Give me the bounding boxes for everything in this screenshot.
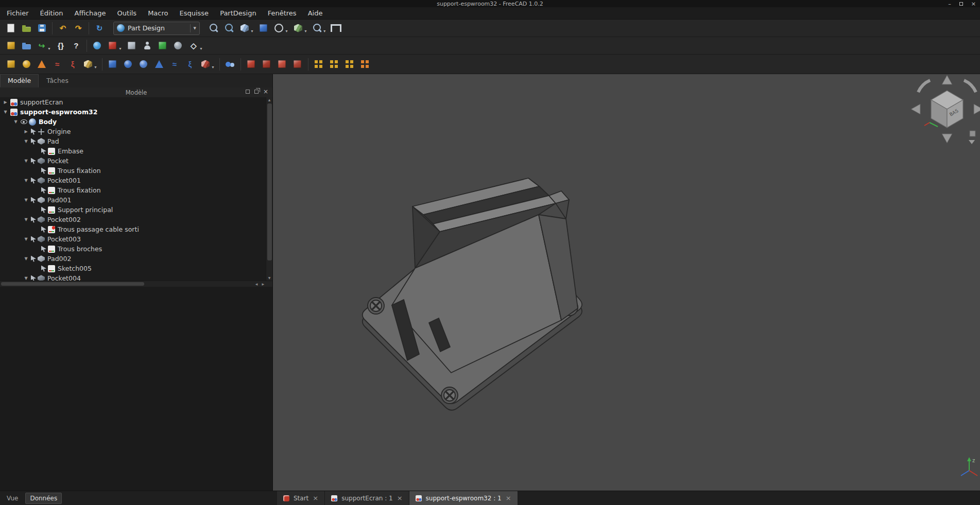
mdi-tab-supportecran-1[interactable]: supportEcran : 1×: [325, 491, 409, 505]
refresh-button[interactable]: ↻: [92, 22, 107, 35]
create-part-button[interactable]: [3, 39, 19, 53]
chamfer-button[interactable]: [259, 58, 274, 71]
tree-horizontal-scrollbar[interactable]: ◀ ▶: [0, 281, 272, 287]
datum-tools-dropdown-arrow-icon[interactable]: ▼: [199, 47, 203, 50]
box-selection-button[interactable]: [256, 22, 271, 35]
pad-button[interactable]: [3, 58, 19, 71]
subtractive-pipe-button[interactable]: ≈: [167, 58, 182, 71]
boolean-operation-button[interactable]: [222, 58, 238, 71]
tree-expanded-arrow-icon[interactable]: ▼: [23, 276, 29, 281]
tree-item-origine[interactable]: ▶Origine: [0, 127, 266, 136]
tree-item-body[interactable]: ▼Body: [0, 117, 266, 127]
tree-item-pocket001[interactable]: ▼Pocket001: [0, 176, 266, 185]
horizontal-scrollbar-thumb[interactable]: [1, 282, 144, 286]
thickness-button[interactable]: [290, 58, 305, 71]
sphere-tool-button[interactable]: [170, 39, 186, 53]
hole-button[interactable]: [121, 58, 136, 71]
person-button[interactable]: [140, 39, 155, 53]
scroll-up-arrow-icon[interactable]: ▲: [268, 97, 271, 102]
zoom-tools-button[interactable]: ▼: [310, 22, 329, 35]
tree-item-pocket003[interactable]: ▼Pocket003: [0, 234, 266, 244]
vertical-scrollbar-thumb[interactable]: [267, 103, 272, 260]
tree-expanded-arrow-icon[interactable]: ▼: [23, 256, 29, 261]
tree-expanded-arrow-icon[interactable]: ▼: [23, 237, 29, 241]
additive-primitives-dropdown-arrow-icon[interactable]: ▼: [94, 65, 97, 69]
whats-this-button[interactable]: ?: [68, 39, 84, 53]
create-body-button[interactable]: [90, 39, 105, 53]
tree-expanded-arrow-icon[interactable]: ▼: [2, 110, 9, 114]
view-group-dropdown-arrow-icon[interactable]: ▼: [304, 29, 307, 33]
dock-minimize-button[interactable]: [246, 90, 250, 94]
menu-edition[interactable]: Édition: [35, 7, 69, 19]
navigation-cube[interactable]: BAS: [911, 75, 980, 144]
tree-item-support-principal[interactable]: Support principal: [0, 205, 266, 215]
draw-style-dropdown-arrow-icon[interactable]: ▼: [285, 29, 288, 33]
dock-float-button[interactable]: [254, 90, 259, 94]
tree-item-pocket002[interactable]: ▼Pocket002: [0, 215, 266, 224]
additive-pipe-button[interactable]: ≈: [49, 58, 65, 71]
mdi-tab-start[interactable]: Start×: [277, 491, 325, 505]
new-document-button[interactable]: [3, 22, 19, 35]
fit-selection-button[interactable]: [221, 22, 237, 35]
minimize-button[interactable]: –: [948, 1, 951, 7]
property-tab-vue[interactable]: Vue: [3, 493, 22, 503]
create-group-button[interactable]: [19, 39, 34, 53]
workbench-selector[interactable]: Part Design ▼: [113, 22, 200, 35]
open-document-button[interactable]: [19, 22, 34, 35]
subtractive-primitives-button[interactable]: ▼: [198, 58, 217, 71]
tree-vertical-scrollbar[interactable]: ▲ ▼: [266, 97, 272, 281]
multitransform-button[interactable]: [357, 58, 373, 71]
groove-button[interactable]: [136, 58, 151, 71]
pocket-button[interactable]: [105, 58, 121, 71]
edit-sketch-button[interactable]: [124, 39, 140, 53]
tree-item-supportecran[interactable]: ▶supportEcran: [0, 97, 266, 107]
zoom-tools-dropdown-arrow-icon[interactable]: ▼: [323, 29, 326, 33]
maximize-button[interactable]: [959, 1, 963, 7]
save-document-button[interactable]: [34, 22, 49, 35]
tab-close-icon[interactable]: ×: [397, 494, 403, 502]
model-dock-header[interactable]: Modèle ×: [0, 88, 272, 97]
tree-item-sketch005[interactable]: Sketch005: [0, 264, 266, 273]
tree-item-pocket004[interactable]: ▼Pocket004: [0, 273, 266, 281]
dock-close-button[interactable]: ×: [263, 90, 268, 94]
view-group-button[interactable]: ▼: [290, 22, 310, 35]
additive-primitives-button[interactable]: ▼: [80, 58, 99, 71]
menu-aide[interactable]: Aide: [302, 7, 329, 19]
tree-item-trous-fixation[interactable]: Trous fixation: [0, 185, 266, 195]
redo-button[interactable]: ↷: [71, 22, 86, 35]
tree-item-support-espwroom32[interactable]: ▼support-espwroom32: [0, 107, 266, 117]
revolution-button[interactable]: [19, 58, 34, 71]
tab-close-icon[interactable]: ×: [506, 494, 511, 502]
additive-loft-button[interactable]: [34, 58, 49, 71]
tree-item-pocket[interactable]: ▼Pocket: [0, 156, 266, 166]
expression-editor-button[interactable]: {}: [53, 39, 68, 53]
subtractive-loft-button[interactable]: [151, 58, 167, 71]
property-tab-donnees[interactable]: Données: [25, 493, 62, 504]
tree-expanded-arrow-icon[interactable]: ▼: [23, 178, 29, 183]
tree-item-trous-fixation[interactable]: Trous fixation: [0, 166, 266, 176]
tree-expanded-arrow-icon[interactable]: ▼: [12, 119, 19, 124]
tree-item-trous-passage-cable-sorti[interactable]: Trous passage cable sorti: [0, 224, 266, 234]
panel-tab-modele[interactable]: Modèle: [0, 74, 39, 88]
menu-fichier[interactable]: Fichier: [1, 7, 35, 19]
undo-button[interactable]: ↶: [55, 22, 71, 35]
fillet-button[interactable]: [244, 58, 259, 71]
scroll-right-arrow-icon[interactable]: ▶: [262, 281, 264, 287]
tree-collapsed-arrow-icon[interactable]: ▶: [23, 129, 29, 134]
create-sketch-button[interactable]: ▼: [105, 39, 124, 53]
menu-partdesign[interactable]: PartDesign: [214, 7, 262, 19]
standard-views-button[interactable]: ▼: [237, 22, 256, 35]
subtractive-helix-button[interactable]: ξ: [182, 58, 198, 71]
tree-expanded-arrow-icon[interactable]: ▼: [23, 217, 29, 222]
close-button[interactable]: ×: [971, 1, 976, 7]
model-3d[interactable]: [363, 178, 582, 410]
tree-item-trous-broches[interactable]: Trous broches: [0, 244, 266, 254]
tree-item-pad001[interactable]: ▼Pad001: [0, 195, 266, 205]
polar-pattern-button[interactable]: [342, 58, 357, 71]
mirrored-button[interactable]: [311, 58, 326, 71]
linear-pattern-button[interactable]: [326, 58, 342, 71]
scroll-left-arrow-icon[interactable]: ◀: [255, 281, 258, 287]
standard-views-dropdown-arrow-icon[interactable]: ▼: [250, 29, 254, 33]
menu-macro[interactable]: Macro: [142, 7, 174, 19]
tab-close-icon[interactable]: ×: [313, 494, 318, 502]
